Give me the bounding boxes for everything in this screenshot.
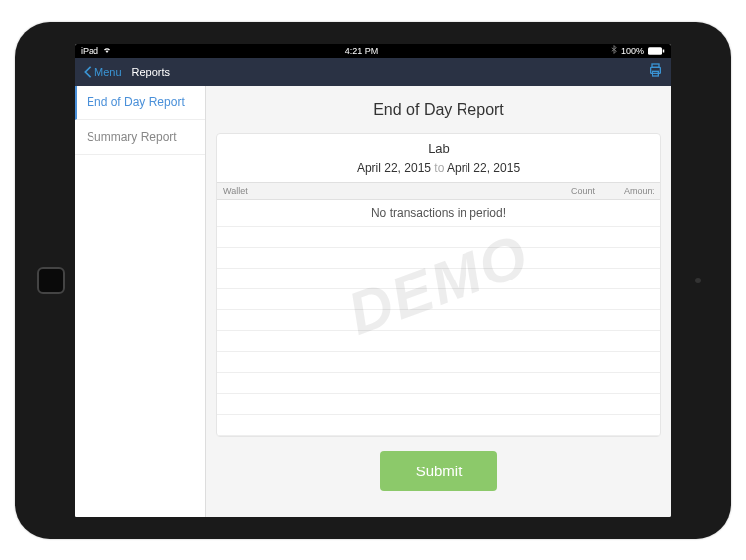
table-row — [217, 415, 660, 436]
print-button[interactable] — [648, 62, 663, 82]
table-header: Wallet Count Amount — [217, 182, 660, 200]
print-icon — [648, 64, 663, 81]
content: End of Day Report Summary Report End of … — [75, 86, 671, 517]
camera — [695, 278, 701, 283]
submit-wrap: Submit — [216, 451, 661, 491]
col-amount: Amount — [595, 186, 654, 196]
col-wallet: Wallet — [223, 186, 535, 196]
battery-icon — [648, 47, 665, 55]
table-row — [217, 394, 660, 415]
table-row — [217, 289, 660, 310]
empty-message: No transactions in period! — [217, 200, 660, 227]
clock: 4:21 PM — [345, 46, 379, 56]
col-count: Count — [535, 186, 595, 196]
home-button[interactable] — [37, 267, 65, 294]
table-row — [217, 227, 660, 248]
report-card: Lab April 22, 2015 to April 22, 2015 Wal… — [216, 133, 661, 437]
table-row — [217, 310, 660, 331]
date-from: April 22, 2015 — [357, 161, 431, 175]
back-button[interactable]: Menu — [83, 65, 122, 79]
table-row — [217, 269, 660, 289]
table-row — [217, 248, 660, 269]
sidebar-item-summary[interactable]: Summary Report — [75, 120, 205, 155]
date-to: April 22, 2015 — [447, 161, 520, 175]
nav-title: Reports — [132, 66, 171, 78]
date-separator: to — [434, 161, 444, 175]
main-panel: End of Day Report Lab April 22, 2015 to … — [206, 86, 671, 517]
report-date-range: April 22, 2015 to April 22, 2015 — [217, 159, 660, 182]
table-row — [217, 352, 660, 373]
nav-bar: Menu Reports — [75, 58, 671, 86]
carrier-label: iPad — [81, 46, 98, 56]
submit-button[interactable]: Submit — [380, 451, 498, 491]
page-title: End of Day Report — [216, 101, 661, 119]
sidebar-item-label: End of Day Report — [87, 95, 185, 109]
status-bar: iPad 4:21 PM 100% — [75, 44, 671, 58]
sidebar: End of Day Report Summary Report — [75, 86, 206, 517]
back-label: Menu — [94, 66, 122, 78]
battery-percent: 100% — [621, 46, 644, 56]
sidebar-item-label: Summary Report — [87, 130, 177, 144]
bluetooth-icon — [611, 45, 617, 56]
table-row — [217, 373, 660, 394]
wifi-icon — [102, 46, 112, 56]
svg-rect-1 — [663, 49, 665, 52]
ipad-frame: iPad 4:21 PM 100% Menu Rep — [15, 22, 731, 539]
table-row — [217, 331, 660, 352]
screen: iPad 4:21 PM 100% Menu Rep — [75, 44, 671, 517]
sidebar-item-end-of-day[interactable]: End of Day Report — [75, 86, 205, 120]
report-account: Lab — [217, 134, 660, 159]
svg-rect-0 — [648, 47, 662, 55]
